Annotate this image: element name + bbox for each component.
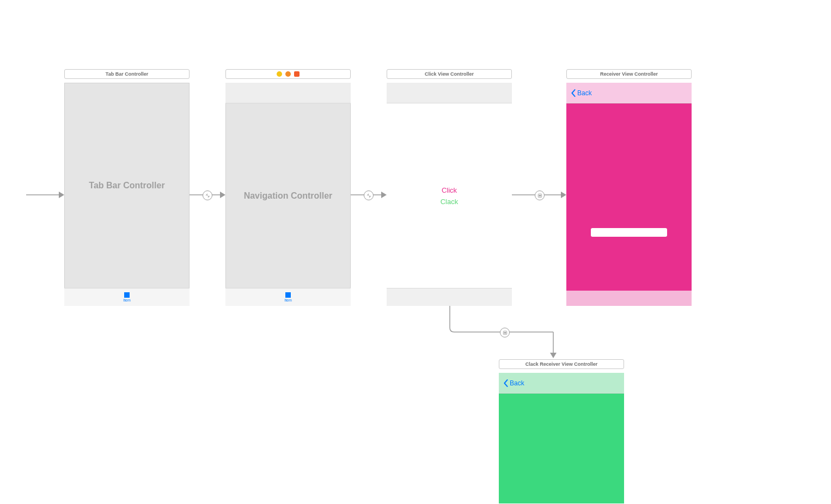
tab-item-icon <box>285 292 291 298</box>
svg-marker-2 <box>381 192 387 198</box>
tab-item-icon <box>124 292 130 298</box>
tab-bar[interactable]: Item <box>225 288 351 306</box>
scene-title: Click View Controller <box>387 69 512 79</box>
segue-badge-show-2[interactable] <box>500 328 510 337</box>
scene-receiver[interactable]: Receiver View Controller Back <box>566 69 692 306</box>
controller-label: Navigation Controller <box>244 191 333 201</box>
svg-marker-6 <box>550 353 557 358</box>
svg-marker-3 <box>561 192 566 198</box>
click-button[interactable]: Click <box>442 186 457 194</box>
chevron-left-icon <box>571 89 576 97</box>
scene-badge-icon[interactable] <box>277 71 282 77</box>
view-body <box>499 394 624 503</box>
tab-bar[interactable]: Item <box>64 288 190 306</box>
tab-item-label: Item <box>123 298 131 302</box>
controller-label: Tab Bar Controller <box>89 181 164 190</box>
nav-bar <box>225 83 351 103</box>
segue-badge-relationship-1[interactable] <box>203 190 212 200</box>
text-field[interactable] <box>591 228 667 237</box>
back-button[interactable]: Back <box>503 379 524 387</box>
back-label: Back <box>577 89 592 97</box>
svg-marker-0 <box>59 192 64 198</box>
scene-click[interactable]: Click View Controller Click Clack <box>387 69 512 306</box>
svg-rect-8 <box>504 332 506 334</box>
scene-tabbar[interactable]: Tab Bar Controller Tab Bar Controller It… <box>64 69 190 306</box>
segue-badge-show-1[interactable] <box>535 190 545 200</box>
scene-title: Clack Receiver View Controller <box>499 359 624 369</box>
entry-arrow <box>26 189 64 200</box>
nav-bar: Back <box>499 373 624 394</box>
nav-bar <box>387 83 512 103</box>
back-button[interactable]: Back <box>571 89 592 97</box>
scene-title: Tab Bar Controller <box>64 69 190 79</box>
svg-rect-5 <box>539 195 541 196</box>
svg-marker-1 <box>220 192 225 198</box>
tab-bar-placeholder <box>387 288 512 306</box>
nav-bar: Back <box>566 83 692 103</box>
tab-bar-placeholder <box>566 291 692 306</box>
scene-title: Receiver View Controller <box>566 69 692 79</box>
tab-item-label: Item <box>284 298 292 302</box>
chevron-left-icon <box>503 379 509 387</box>
segue-badge-relationship-2[interactable] <box>364 190 374 200</box>
scene-title[interactable] <box>225 69 351 79</box>
back-label: Back <box>510 379 524 387</box>
scene-nav[interactable]: Navigation Controller Item <box>225 69 351 306</box>
scene-clack-receiver[interactable]: Clack Receiver View Controller Back <box>499 359 624 503</box>
first-responder-icon[interactable] <box>285 71 291 77</box>
exit-icon[interactable] <box>294 71 300 77</box>
clack-button[interactable]: Clack <box>441 198 459 206</box>
